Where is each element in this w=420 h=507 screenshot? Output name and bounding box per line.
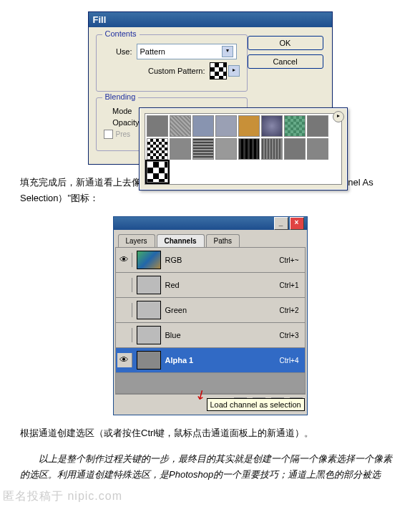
ok-button[interactable]: OK	[248, 36, 323, 50]
pattern-swatch[interactable]	[284, 115, 306, 137]
mode-label: Mode	[104, 107, 137, 115]
channel-thumb	[137, 351, 161, 370]
channel-shortcut: Ctrl+3	[280, 332, 303, 339]
pattern-swatch[interactable]	[307, 115, 328, 137]
channel-row[interactable]: Blue Ctrl+3	[116, 323, 305, 348]
pattern-grid	[145, 113, 342, 185]
pattern-dropdown-icon[interactable]: ▸	[228, 65, 240, 77]
fill-dialog: Fill OK Cancel Contents Use: Pattern ▾ C…	[88, 11, 333, 165]
channel-row-selected[interactable]: 👁 Alpha 1 Ctrl+4	[116, 348, 305, 373]
visibility-icon[interactable]: 👁	[117, 353, 132, 367]
channel-row[interactable]: 👁 RGB Ctrl+~	[116, 248, 305, 273]
channels-titlebar[interactable]: _ ×	[114, 217, 307, 230]
channel-thumb	[137, 301, 161, 319]
paragraph-3: 以上是整个制作过程关键的一步，最终目的其实就是创建一个隔一个像素选择一个像素的选…	[20, 451, 400, 483]
channel-shortcut: Ctrl+4	[280, 357, 303, 364]
pattern-swatch[interactable]	[238, 115, 260, 137]
opacity-label: Opacity	[104, 118, 144, 127]
tooltip: Load channel as selection	[207, 398, 305, 411]
channel-thumb	[137, 251, 161, 269]
custom-pattern-swatch[interactable]	[210, 62, 227, 79]
pattern-menu-icon[interactable]: ▸	[333, 111, 344, 122]
chevron-down-icon: ▾	[222, 46, 233, 57]
channel-name: Green	[165, 306, 280, 314]
channel-thumb	[137, 276, 161, 294]
pattern-swatch[interactable]	[192, 138, 214, 160]
channel-thumb	[137, 326, 161, 344]
minimize-icon[interactable]: _	[274, 217, 288, 230]
fill-titlebar[interactable]: Fill	[89, 12, 332, 27]
channel-shortcut: Ctrl+1	[280, 281, 303, 289]
channel-shortcut: Ctrl+~	[279, 256, 303, 264]
watermark: 匿名投稿于 nipic.com	[3, 489, 122, 500]
pattern-swatch[interactable]	[284, 138, 306, 160]
preserve-checkbox[interactable]	[104, 130, 113, 139]
visibility-icon[interactable]	[117, 278, 132, 292]
contents-legend: Contents	[102, 29, 140, 38]
blending-legend: Blending	[102, 92, 139, 101]
channel-name: Blue	[165, 331, 280, 339]
channel-name: Alpha 1	[165, 356, 280, 364]
channel-list: 👁 RGB Ctrl+~ Red Ctrl+1 Green Ctrl+2 B	[115, 247, 306, 394]
pattern-picker-popup: ▸	[139, 107, 348, 190]
fill-title: Fill	[93, 14, 107, 25]
paragraph-2: 根据通道创建选区（或者按住Ctrl键，鼠标点击通道面板上的新通道）。	[20, 425, 400, 441]
preserve-label: Pres	[116, 130, 131, 138]
pattern-swatch[interactable]	[147, 138, 168, 160]
use-label: Use:	[104, 47, 137, 56]
channel-name: Red	[165, 281, 280, 289]
pattern-swatch[interactable]	[238, 138, 260, 160]
tab-paths[interactable]: Paths	[206, 234, 240, 247]
pattern-swatch[interactable]	[261, 115, 283, 137]
visibility-icon[interactable]	[117, 328, 132, 342]
use-value: Pattern	[140, 47, 165, 56]
panel-tabs: Layers Channels Paths	[115, 231, 306, 247]
pattern-swatch[interactable]	[170, 138, 191, 160]
close-icon[interactable]: ×	[290, 217, 304, 230]
channels-panel-window: _ × Layers Channels Paths 👁 RGB Ctrl+~ R…	[113, 216, 308, 415]
cancel-button[interactable]: Cancel	[248, 54, 323, 69]
pattern-swatch[interactable]	[170, 115, 191, 137]
visibility-icon[interactable]: 👁	[117, 253, 132, 267]
pattern-swatch[interactable]	[147, 115, 168, 137]
visibility-icon[interactable]	[117, 303, 132, 317]
pattern-swatch[interactable]	[147, 161, 168, 183]
tab-layers[interactable]: Layers	[118, 234, 155, 247]
channel-row[interactable]: Red Ctrl+1	[116, 273, 305, 298]
channel-name: RGB	[165, 256, 280, 264]
pattern-swatch[interactable]	[261, 138, 283, 160]
tab-channels[interactable]: Channels	[157, 234, 205, 247]
custom-pattern-label: Custom Pattern:	[148, 67, 209, 75]
pattern-swatch[interactable]	[192, 115, 214, 137]
pattern-swatch[interactable]	[215, 115, 237, 137]
channel-row[interactable]: Green Ctrl+2	[116, 298, 305, 323]
pattern-swatch[interactable]	[307, 138, 328, 160]
channel-shortcut: Ctrl+2	[280, 306, 303, 314]
use-select[interactable]: Pattern ▾	[137, 44, 237, 59]
pattern-swatch[interactable]	[215, 138, 237, 160]
